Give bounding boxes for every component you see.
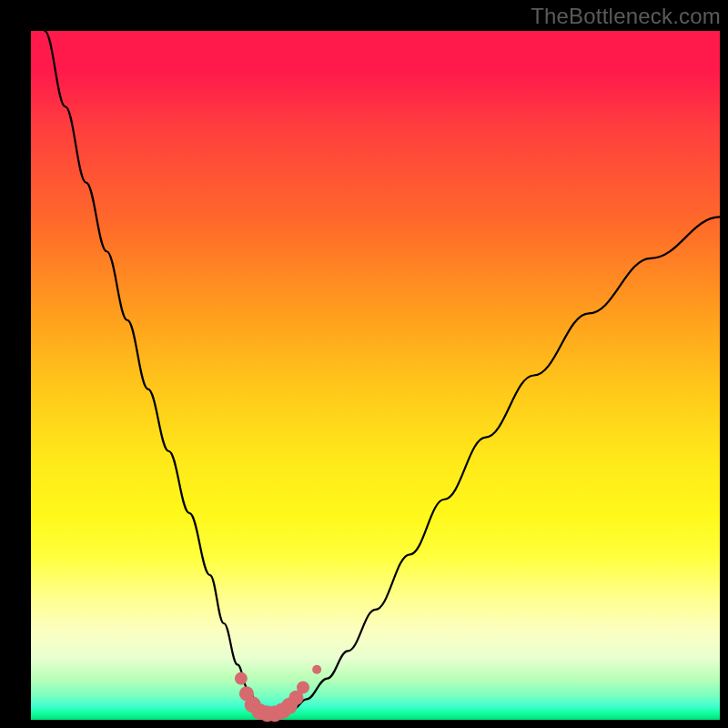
highlight-marker [235, 672, 248, 685]
bottleneck-curve [45, 31, 720, 713]
chart-overlay [0, 0, 728, 728]
highlight-marker [297, 681, 309, 693]
highlight-marker [312, 665, 321, 674]
chart-frame: TheBottleneck.com [0, 0, 728, 728]
watermark-text: TheBottleneck.com [531, 4, 721, 29]
highlight-markers [235, 665, 321, 722]
